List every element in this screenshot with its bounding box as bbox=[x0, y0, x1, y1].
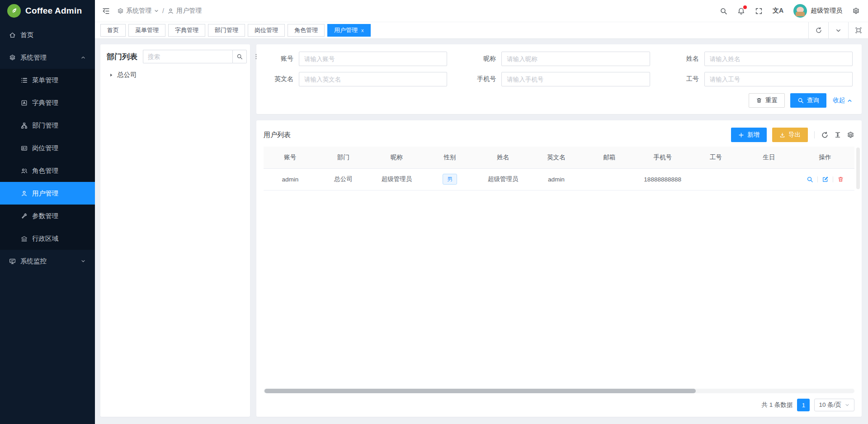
topbar: 系统管理/用户管理 文A 超级管理员 bbox=[95, 0, 868, 22]
tab-bar: 首页菜单管理字典管理部门管理岗位管理角色管理用户管理x bbox=[95, 22, 868, 39]
sidebar-item-部门管理[interactable]: 部门管理 bbox=[0, 114, 95, 137]
user-icon bbox=[167, 8, 174, 14]
maximize-content-icon[interactable] bbox=[848, 22, 868, 38]
field-input-工号[interactable] bbox=[704, 72, 853, 86]
notification-dot bbox=[743, 5, 747, 9]
page-size-label: 10 条/页 bbox=[819, 401, 841, 409]
export-label: 导出 bbox=[788, 131, 801, 139]
tabs: 首页菜单管理字典管理部门管理岗位管理角色管理用户管理x bbox=[100, 24, 371, 37]
field-label: 账号 bbox=[265, 55, 293, 63]
action-separator bbox=[833, 176, 833, 182]
sidebar-item-字典管理[interactable]: 字典管理 bbox=[0, 91, 95, 114]
field-input-英文名[interactable] bbox=[299, 72, 447, 86]
fullscreen-icon[interactable] bbox=[755, 7, 763, 15]
sidebar-item-label: 行政区域 bbox=[32, 234, 58, 243]
sidebar-item-用户管理[interactable]: 用户管理 bbox=[0, 182, 95, 205]
tab-菜单管理[interactable]: 菜单管理 bbox=[128, 24, 165, 37]
collapse-sidebar-icon[interactable] bbox=[102, 7, 110, 15]
field-input-姓名[interactable] bbox=[704, 52, 853, 66]
sidebar-item-系统管理[interactable]: 系统管理 bbox=[0, 46, 95, 69]
reset-button[interactable]: 重置 bbox=[749, 93, 785, 108]
sidebar-item-行政区域[interactable]: 行政区域 bbox=[0, 227, 95, 250]
field-input-昵称[interactable] bbox=[501, 52, 650, 66]
edit-row-button[interactable] bbox=[822, 176, 829, 183]
tab-部门管理[interactable]: 部门管理 bbox=[208, 24, 245, 37]
row-density-icon[interactable] bbox=[834, 131, 841, 138]
reset-button-label: 重置 bbox=[765, 96, 778, 105]
field-label: 手机号 bbox=[468, 75, 496, 83]
horizontal-scrollbar-thumb[interactable] bbox=[264, 389, 696, 393]
sidebar-item-岗位管理[interactable]: 岗位管理 bbox=[0, 137, 95, 159]
wrench-icon bbox=[21, 213, 28, 219]
tab-label: 角色管理 bbox=[294, 26, 318, 34]
delete-row-button[interactable] bbox=[837, 176, 844, 183]
sidebar-item-首页[interactable]: 首页 bbox=[0, 24, 95, 46]
tab-label: 首页 bbox=[107, 26, 119, 34]
column-header-操作: 操作 bbox=[796, 147, 854, 168]
home-icon bbox=[9, 32, 16, 38]
main-area: 系统管理/用户管理 文A 超级管理员 bbox=[95, 0, 868, 424]
sidebar-item-label: 菜单管理 bbox=[32, 76, 58, 85]
dictionary-icon bbox=[21, 100, 28, 106]
department-search-input[interactable] bbox=[143, 50, 232, 63]
cell-性别: 男 bbox=[423, 168, 476, 190]
department-search-button[interactable] bbox=[232, 50, 247, 63]
breadcrumb-item-用户管理[interactable]: 用户管理 bbox=[167, 7, 202, 15]
tree-node-总公司[interactable]: 总公司 bbox=[107, 71, 244, 79]
cell-邮箱 bbox=[583, 168, 636, 190]
form-field-英文名: 英文名 bbox=[265, 72, 447, 86]
plus-icon bbox=[738, 132, 744, 138]
department-panel: 部门列表 总公司 bbox=[100, 44, 250, 417]
tab-options-chevron-icon[interactable] bbox=[828, 22, 848, 38]
sidebar-item-角色管理[interactable]: 角色管理 bbox=[0, 159, 95, 182]
page-number-button[interactable]: 1 bbox=[797, 399, 810, 411]
table-header-row: 账号部门昵称性别姓名英文名邮箱手机号工号生日操作 bbox=[264, 147, 854, 168]
leaf-logo-icon bbox=[7, 4, 21, 18]
user-icon bbox=[21, 190, 28, 197]
tab-岗位管理[interactable]: 岗位管理 bbox=[248, 24, 285, 37]
column-header-手机号: 手机号 bbox=[636, 147, 689, 168]
search-icon[interactable] bbox=[720, 7, 727, 15]
post-badge-icon bbox=[21, 145, 28, 152]
tab-首页[interactable]: 首页 bbox=[100, 24, 126, 37]
sidebar-item-菜单管理[interactable]: 菜单管理 bbox=[0, 69, 95, 91]
user-list-header: 用户列表 新增 导出 bbox=[264, 125, 854, 145]
refresh-table-icon[interactable] bbox=[821, 131, 829, 139]
collapse-form-link[interactable]: 收起 bbox=[833, 96, 853, 105]
refresh-tab-icon[interactable] bbox=[808, 22, 828, 38]
sidebar-item-参数管理[interactable]: 参数管理 bbox=[0, 205, 95, 227]
form-field-手机号: 手机号 bbox=[468, 72, 650, 86]
pagination-total: 共 1 条数据 bbox=[761, 401, 793, 409]
tab-用户管理[interactable]: 用户管理x bbox=[327, 24, 371, 37]
sidebar-item-label: 首页 bbox=[20, 31, 33, 39]
tab-字典管理[interactable]: 字典管理 bbox=[168, 24, 205, 37]
translate-icon[interactable]: 文A bbox=[773, 7, 783, 15]
tab-角色管理[interactable]: 角色管理 bbox=[288, 24, 325, 37]
sidebar-item-label: 角色管理 bbox=[32, 167, 58, 175]
form-field-姓名: 姓名 bbox=[671, 52, 853, 66]
sidebar-submenu: 菜单管理字典管理部门管理岗位管理角色管理用户管理参数管理行政区域 bbox=[0, 69, 95, 250]
export-button[interactable]: 导出 bbox=[772, 128, 808, 142]
column-settings-gear-icon[interactable] bbox=[847, 131, 854, 139]
user-menu[interactable]: 超级管理员 bbox=[793, 4, 842, 18]
notifications-button[interactable] bbox=[737, 7, 745, 15]
sidebar-item-系统监控[interactable]: 系统监控 bbox=[0, 250, 95, 272]
breadcrumb-item-系统管理[interactable]: 系统管理 bbox=[117, 7, 159, 15]
username: 超级管理员 bbox=[811, 7, 842, 15]
chevron-down-icon bbox=[80, 258, 86, 264]
query-button[interactable]: 查询 bbox=[790, 93, 826, 108]
view-row-button[interactable] bbox=[807, 176, 813, 183]
field-input-手机号[interactable] bbox=[501, 72, 650, 86]
cell-账号: admin bbox=[264, 168, 317, 190]
tab-close-icon[interactable]: x bbox=[361, 28, 364, 33]
page-size-select[interactable]: 10 条/页 bbox=[814, 399, 854, 411]
sidebar: Coffee Admin 首页系统管理菜单管理字典管理部门管理岗位管理角色管理用… bbox=[0, 0, 95, 424]
column-header-账号: 账号 bbox=[264, 147, 317, 168]
field-input-账号[interactable] bbox=[299, 52, 447, 66]
content-area: 部门列表 总公司 账号昵称姓名英文名手机号工号 bbox=[95, 39, 868, 424]
vertical-scrollbar[interactable] bbox=[856, 148, 860, 189]
add-user-button[interactable]: 新增 bbox=[731, 128, 767, 142]
settings-gear-icon[interactable] bbox=[852, 7, 860, 15]
table-row: admin总公司超级管理员男超级管理员admin18888888888 bbox=[264, 168, 854, 190]
tab-label: 用户管理 bbox=[334, 26, 358, 34]
